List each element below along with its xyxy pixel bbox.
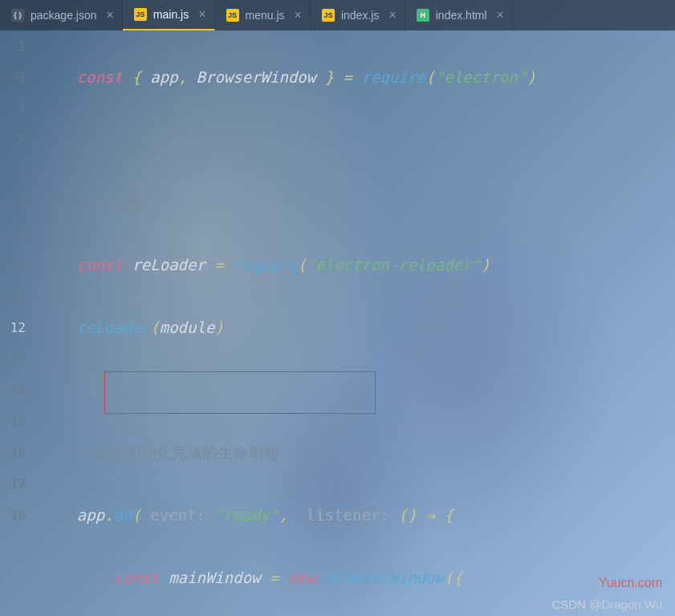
close-icon[interactable]: × <box>198 7 205 22</box>
js-icon: JS <box>226 9 239 22</box>
tab-label: index.js <box>341 9 379 22</box>
close-icon[interactable]: × <box>107 8 114 22</box>
watermark: Yuucn.com <box>599 576 662 590</box>
tab-label: index.html <box>436 9 487 22</box>
tab-label: package.json <box>30 9 97 22</box>
tab-label: menu.js <box>246 9 285 22</box>
tab-label: main.js <box>153 8 189 21</box>
tab-index-html[interactable]: H index.html × <box>405 0 513 30</box>
tab-index-js[interactable]: JS index.js × <box>311 0 405 30</box>
tab-package-json[interactable]: { } package.json × <box>0 0 123 30</box>
tab-bar: { } package.json × JS main.js × JS menu.… <box>0 0 675 30</box>
html-icon: H <box>417 9 429 22</box>
close-icon[interactable]: × <box>295 8 302 22</box>
credit: CSDN @Dragon Wu <box>552 598 663 611</box>
code-editor[interactable]: 1 3 4 5 7 8 9 10 11 12 13 14 15 16 17 18… <box>0 30 675 616</box>
close-icon[interactable]: × <box>388 8 396 22</box>
close-icon[interactable]: × <box>497 8 504 22</box>
json-icon: { } <box>11 9 24 22</box>
tab-menu-js[interactable]: JS menu.js × <box>215 0 311 30</box>
code-content[interactable]: const { app, BrowserWindow } = require("… <box>40 30 675 616</box>
line-gutter: 1 3 4 5 7 8 9 10 11 12 13 14 15 16 17 18 <box>0 30 40 616</box>
js-icon: JS <box>322 9 335 22</box>
tab-main-js[interactable]: JS main.js × <box>123 0 215 30</box>
js-icon: JS <box>134 8 147 21</box>
